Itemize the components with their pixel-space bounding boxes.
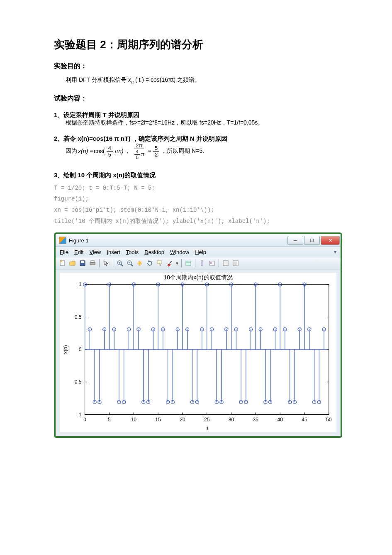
numerator: 5 [153,145,159,152]
numerator: 4 [134,149,140,155]
menu-help[interactable]: Help [195,249,206,255]
menu-window[interactable]: Window [170,249,189,255]
text: 利用 DFT 分析模拟信号 [66,76,128,83]
datatip-icon[interactable] [155,259,164,268]
save-icon[interactable] [78,259,87,268]
stem-plot: 10个周期内x(n)的取值情况05101520253035404550-1-0.… [60,273,336,432]
eq-arg: ( t ) [135,76,144,83]
numerator: 2π [134,143,144,149]
colorbar-icon[interactable] [197,259,207,268]
eq-cos: cos( [94,148,105,154]
text: 因为 [66,147,77,155]
svg-line-11 [131,264,133,266]
toolbar-separator [99,259,100,267]
text: 之频谱。 [177,76,200,83]
section1-body: 根据奈奎斯特取样条件，fs>=2f=2*8=16Hz，所以取 fs=20Hz，T… [66,119,342,127]
svg-text:1: 1 [79,282,82,288]
numerator: 4 [107,145,113,152]
text: ，所以周期 N=5. [161,147,204,155]
maximize-button[interactable]: ☐ [304,236,320,245]
svg-text:-0.5: -0.5 [73,379,82,385]
menu-edit[interactable]: Edit [74,249,83,255]
eq-xn: x(n) = [78,148,93,154]
svg-text:-1: -1 [77,412,82,418]
svg-line-7 [121,264,123,266]
svg-text:20: 20 [180,417,185,423]
new-file-icon[interactable] [58,259,67,268]
fraction: 4 5 [134,149,140,160]
window-titlebar: Figure 1 ─ ☐ ✕ [56,234,341,247]
svg-text:30: 30 [229,417,234,423]
brush-icon[interactable] [165,259,174,268]
rotate-icon[interactable] [145,259,154,268]
legend-icon[interactable] [207,259,217,268]
purpose-text: 利用 DFT 分析模拟信号 xa ( t ) = cos(16πt) 之频谱。 [66,76,342,84]
denominator: 2 [153,152,159,157]
purpose-heading: 实验目的： [54,62,342,71]
menubar: File Edit View Insert Tools Desktop Wind… [56,247,341,257]
eq-eq: = [146,76,151,83]
pointer-icon[interactable] [102,259,111,268]
menu-file[interactable]: File [60,249,68,255]
section1-head: 1、设定采样周期 T 并说明原因 [54,111,342,119]
svg-line-15 [170,261,172,263]
text: ， [124,147,130,155]
svg-text:0: 0 [83,417,86,423]
content-heading: 试验内容： [54,94,342,103]
svg-rect-18 [201,261,203,266]
menu-insert[interactable]: Insert [107,249,120,255]
open-file-icon[interactable] [68,259,77,268]
menu-desktop[interactable]: Desktop [144,249,164,255]
svg-rect-5 [91,261,94,262]
document-page: { "title": "实验题目 2：周期序列的谱分析", "sections"… [0,0,392,555]
menu-view[interactable]: View [89,249,101,255]
pi: π [141,151,145,157]
show-plot-icon[interactable] [231,259,240,268]
matlab-figure-window: Figure 1 ─ ☐ ✕ File Edit View Insert Too… [54,232,342,438]
svg-rect-1 [61,261,62,262]
svg-text:25: 25 [204,417,210,423]
svg-rect-13 [157,261,161,264]
svg-text:10: 10 [131,417,137,423]
toolbar: ▼ [56,257,341,269]
plot-area: 10个周期内x(n)的取值情况05101520253035404550-1-0.… [56,269,341,436]
svg-text:35: 35 [253,417,259,423]
eq-rhs: cos(16πt) [151,76,175,83]
pan-icon[interactable] [135,259,144,268]
svg-rect-3 [81,261,84,263]
minimize-button[interactable]: ─ [287,236,303,245]
svg-text:0.5: 0.5 [75,314,82,320]
svg-rect-16 [186,261,191,265]
toolbar-separator [181,259,182,267]
hide-plot-icon[interactable] [221,259,230,268]
menu-tools[interactable]: Tools [126,249,139,255]
toolbar-separator [113,259,113,267]
section3-head: 3、绘制 10 个周期内 x(n)的取值情况 [54,171,342,179]
svg-text:40: 40 [277,417,283,423]
titlebar-left: Figure 1 [59,237,89,244]
svg-text:15: 15 [155,417,161,423]
menu-chevron-icon[interactable]: ▾ [334,249,336,255]
svg-text:0: 0 [79,347,82,352]
zoom-in-icon[interactable] [115,259,124,268]
fraction: 2π 4 5 π [132,143,146,160]
toolbar-separator [219,259,219,267]
window-buttons: ─ ☐ ✕ [287,236,340,245]
denominator: 4 5 π [132,149,146,160]
eq-pin: πn) [114,148,124,154]
matlab-icon [59,237,66,244]
toolbar-separator [195,259,195,267]
svg-text:5: 5 [108,417,111,423]
fraction: 5 2 [153,145,159,157]
svg-text:n: n [205,425,208,431]
zoom-out-icon[interactable] [125,259,134,268]
section2-equation: 因为 x(n) = cos( 4 5 πn) ， 2π 4 5 π = 5 2 … [66,143,342,160]
print-icon[interactable] [88,259,97,268]
link-icon[interactable] [184,259,193,268]
fraction: 4 5 [107,145,113,157]
window-title: Figure 1 [69,237,89,244]
close-button[interactable]: ✕ [321,236,340,245]
denominator: 5 [107,152,113,157]
svg-text:10个周期内x(n)的取值情况: 10个周期内x(n)的取值情况 [163,274,232,281]
svg-text:x(n): x(n) [63,345,68,354]
